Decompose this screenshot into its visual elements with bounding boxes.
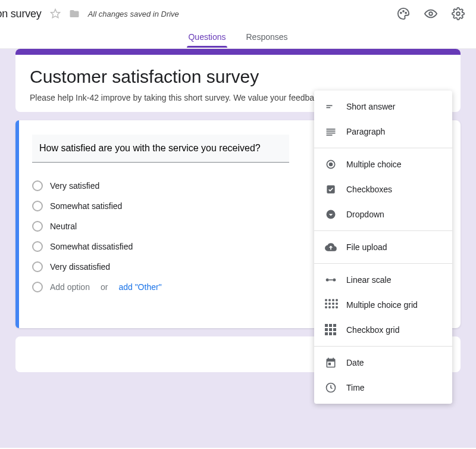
question-title-input[interactable] [32, 135, 289, 163]
svg-point-3 [405, 13, 406, 14]
menu-checkboxes[interactable]: Checkboxes [314, 177, 452, 202]
svg-point-2 [403, 11, 404, 12]
or-text: or [101, 282, 108, 292]
menu-paragraph[interactable]: Paragraph [314, 119, 452, 144]
menu-multiple-choice-grid[interactable]: Multiple choice grid [314, 292, 452, 317]
menu-separator [314, 148, 452, 148]
form-title[interactable]: Customer satisfaction survey [30, 67, 446, 87]
radio-icon [32, 241, 43, 252]
svg-point-1 [400, 13, 402, 14]
option-label[interactable]: Neutral [50, 222, 77, 231]
add-option-link[interactable]: Add option [50, 282, 90, 292]
menu-label: Checkbox grid [346, 325, 400, 335]
menu-file-upload[interactable]: File upload [314, 235, 452, 260]
star-icon[interactable] [50, 8, 61, 19]
menu-separator [314, 230, 452, 231]
tabs: Questions Responses [0, 27, 476, 48]
menu-label: Multiple choice [346, 160, 402, 169]
svg-rect-7 [327, 105, 333, 107]
svg-rect-8 [327, 107, 331, 108]
tab-responses[interactable]: Responses [245, 27, 289, 48]
svg-rect-10 [327, 130, 336, 132]
option-label[interactable]: Very satisfied [50, 181, 99, 191]
menu-label: Time [346, 383, 365, 392]
svg-point-14 [330, 163, 333, 166]
menu-label: Linear scale [346, 275, 392, 285]
radio-icon [32, 180, 43, 191]
menu-label: Dropdown [346, 210, 384, 219]
grid-dots-icon [325, 299, 337, 311]
radio-icon [32, 201, 43, 211]
svg-point-19 [333, 279, 336, 282]
accent-bar [15, 49, 461, 55]
tab-questions[interactable]: Questions [187, 27, 227, 48]
question-type-menu: Short answer Paragraph Multiple choice C… [314, 91, 452, 404]
svg-point-5 [456, 12, 460, 15]
add-other-link[interactable]: add "Other" [118, 282, 161, 292]
svg-point-4 [429, 12, 433, 15]
menu-label: Short answer [346, 102, 395, 111]
svg-marker-0 [51, 10, 60, 18]
option-label[interactable]: Very dissatisfied [50, 262, 110, 272]
svg-rect-12 [327, 135, 333, 136]
palette-icon[interactable] [394, 4, 413, 23]
menu-short-answer[interactable]: Short answer [314, 94, 452, 119]
menu-label: Multiple choice grid [346, 300, 418, 310]
menu-separator [314, 263, 452, 264]
menu-date[interactable]: Date [314, 350, 452, 375]
gear-icon[interactable] [449, 4, 468, 23]
menu-dropdown[interactable]: Dropdown [314, 202, 452, 227]
svg-rect-9 [327, 129, 336, 130]
radio-icon [32, 221, 43, 232]
preview-icon[interactable] [421, 4, 440, 23]
option-label[interactable]: Somewhat satisfied [50, 201, 122, 211]
menu-linear-scale[interactable]: Linear scale [314, 267, 452, 292]
menu-time[interactable]: Time [314, 375, 452, 400]
svg-point-17 [326, 279, 329, 282]
svg-rect-18 [329, 279, 333, 280]
menu-checkbox-grid[interactable]: Checkbox grid [314, 317, 452, 342]
document-title[interactable]: ction survey [0, 8, 42, 20]
menu-label: Paragraph [346, 127, 385, 136]
topbar: ction survey All changes saved in Drive [0, 0, 476, 27]
menu-label: Checkboxes [346, 185, 392, 194]
menu-label: File upload [346, 242, 387, 252]
menu-label: Date [346, 358, 364, 367]
grid-squares-icon [325, 324, 337, 336]
svg-rect-15 [327, 185, 334, 193]
svg-rect-11 [327, 133, 336, 134]
radio-icon [32, 282, 43, 292]
folder-icon[interactable] [69, 8, 80, 19]
radio-icon [32, 261, 43, 272]
menu-multiple-choice[interactable]: Multiple choice [314, 152, 452, 177]
menu-separator [314, 346, 452, 347]
app-root: ction survey All changes saved in Drive … [0, 0, 476, 449]
save-status: All changes saved in Drive [88, 10, 179, 18]
option-label[interactable]: Somewhat dissatisfied [50, 242, 133, 251]
